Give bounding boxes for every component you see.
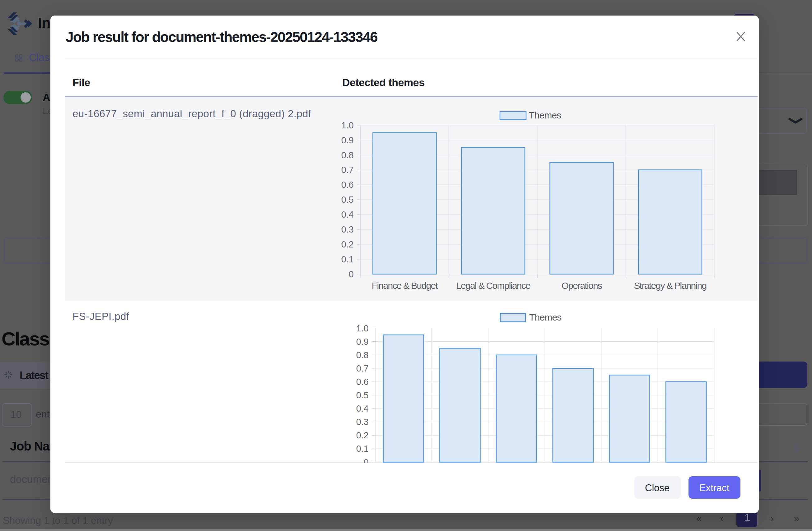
svg-text:1.0: 1.0 [341,120,354,130]
svg-text:Legal & Compliance: Legal & Compliance [456,280,531,291]
svg-text:0.7: 0.7 [341,165,354,175]
svg-text:0.3: 0.3 [341,224,354,234]
svg-text:0.9: 0.9 [341,135,354,145]
svg-text:Operations: Operations [562,280,602,291]
svg-text:0.2: 0.2 [356,430,369,440]
svg-text:0.1: 0.1 [356,444,369,454]
svg-text:0.4: 0.4 [356,403,369,413]
svg-text:Finance & Budget: Finance & Budget [372,280,438,291]
svg-text:0.9: 0.9 [356,337,369,346]
svg-text:1.0: 1.0 [356,323,369,333]
svg-text:0.3: 0.3 [356,417,369,427]
svg-text:Themes: Themes [529,110,561,120]
svg-text:0.4: 0.4 [341,209,354,220]
svg-text:0.8: 0.8 [341,150,354,160]
svg-text:0: 0 [364,457,369,463]
svg-text:0.7: 0.7 [356,364,369,373]
svg-text:0.6: 0.6 [341,180,354,190]
svg-text:0.5: 0.5 [341,195,354,205]
svg-text:Themes: Themes [529,312,562,322]
svg-text:0.8: 0.8 [356,350,369,360]
svg-text:0.1: 0.1 [341,254,354,264]
svg-text:0.6: 0.6 [356,377,369,387]
svg-text:Strategy & Planning: Strategy & Planning [634,280,707,291]
svg-text:0: 0 [349,269,354,279]
svg-text:0.5: 0.5 [356,390,369,400]
svg-text:0.2: 0.2 [341,239,354,249]
